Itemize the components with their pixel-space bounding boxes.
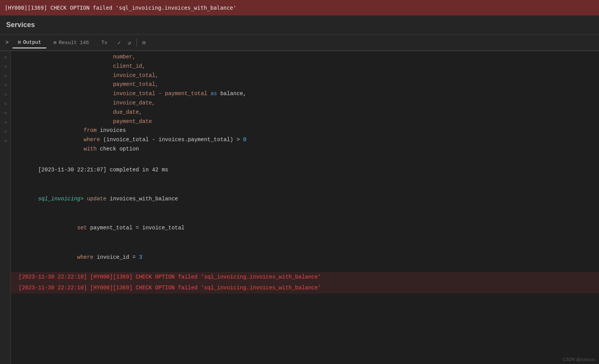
balance-label: balance, (217, 89, 247, 99)
grid-button[interactable]: ⊟ (141, 39, 147, 47)
prompt-prefix: sql_invoicing> (38, 196, 84, 202)
code-area: number, client_id, invoice_total, paymen… (11, 51, 599, 364)
code-line-where: where (invoice_total - invoices.payment_… (11, 135, 599, 145)
tab-output[interactable]: ⊡ Output (12, 37, 46, 48)
main-content: ◁ ◁ ◁ ◁ ◁ ◁ ◁ ◁ ◁ ◁ number, client_id, (0, 51, 599, 364)
services-label: Services (6, 21, 35, 29)
field-payment-date: payment_date (19, 117, 152, 126)
prompt-line: sql_invoicing> update invoices_with_bala… (11, 185, 599, 214)
tab-result[interactable]: ⊞ Result 146 (48, 38, 94, 48)
output-label: Output (23, 39, 41, 45)
code-line-due-date: due_date, (11, 108, 599, 117)
sidebar-icon-6: ◁ (1, 99, 10, 108)
field-client: client_id, (19, 62, 146, 71)
left-sidebar: ◁ ◁ ◁ ◁ ◁ ◁ ◁ ◁ ◁ ◁ (0, 51, 11, 364)
with-keyword: with (19, 145, 97, 154)
sidebar-icon-7: ◁ (1, 108, 10, 117)
code-line-payment-date: payment_date (11, 117, 599, 126)
sidebar-icon-8: ◁ (1, 118, 10, 126)
sidebar-icon-3: ◁ (1, 71, 10, 80)
where-keyword: where (19, 135, 100, 145)
error-text-1: [2023-11-30 22:22:10] [HY000][1369] CHEC… (19, 273, 321, 282)
sidebar-icon-5: ◁ (1, 90, 10, 98)
code-line-payment-total: payment_total, (11, 80, 599, 89)
code-line-invoice-date: invoice_date, (11, 99, 599, 108)
sidebar-icon-1: ◁ (1, 53, 10, 61)
result-label: Result 146 (59, 40, 89, 46)
code-line-balance: invoice_total - payment_total as balance… (11, 89, 599, 99)
result-icon: ⊞ (53, 40, 56, 46)
tab-arrow[interactable]: > (3, 38, 11, 47)
tab-divider (136, 39, 137, 46)
undo-button[interactable]: ↺ (126, 39, 132, 47)
where-number: 0 (243, 135, 246, 145)
tab-bar: > ⊡ Output ⊞ Result 146 Tx ✓ ↺ ⊟ (0, 35, 599, 51)
check-option: check option (97, 145, 139, 154)
tab-actions: ✓ ↺ (116, 39, 132, 47)
sidebar-icon-4: ◁ (1, 80, 10, 89)
where-id-condition: invoice_id = (93, 254, 139, 260)
completed-line: [2023-11-30 22:21:07] completed in 42 ms (11, 156, 599, 185)
code-line-with: with check option (11, 145, 599, 154)
code-line-number: number, (11, 53, 599, 62)
set-expression: payment_total = invoice_total (87, 225, 184, 231)
as-keyword: as (211, 89, 217, 99)
code-line-client: client_id, (11, 62, 599, 71)
where-condition: (invoice_total - invoices.payment_total)… (100, 135, 243, 145)
set-keyword: set (38, 225, 87, 231)
sidebar-icon-10: ◁ (1, 136, 10, 145)
title-text: [HY000][1369] CHECK OPTION failed 'sql_i… (5, 5, 236, 11)
code-line-invoice-total: invoice_total, (11, 71, 599, 80)
where-id-keyword: where (38, 254, 93, 260)
where-id-line: where invoice_id = 3 (11, 243, 599, 272)
field-payment-total: payment_total, (19, 80, 158, 89)
completed-timestamp: [2023-11-30 22:21:07] completed in 42 ms (38, 167, 168, 173)
watermark: CSDN @xuwuuu (563, 357, 595, 362)
field-due-date: due_date, (19, 108, 142, 117)
sidebar-icon-2: ◁ (1, 62, 10, 70)
error-line-2: [2023-11-30 22:22:10] [HY000][1369] CHEC… (11, 283, 599, 294)
update-keyword: update (84, 196, 110, 202)
output-icon: ⊡ (18, 39, 21, 45)
title-bar: [HY000][1369] CHECK OPTION failed 'sql_i… (0, 0, 599, 15)
tx-label: Tx (101, 40, 108, 46)
from-table: invoices (97, 126, 126, 135)
where-id-number: 3 (139, 254, 142, 260)
update-target: invoices_with_balance (110, 196, 178, 202)
field-balance-expr: invoice_total - payment_total (19, 89, 211, 99)
error-line-1: [2023-11-30 22:22:10] [HY000][1369] CHEC… (11, 272, 599, 283)
error-text-2: [2023-11-30 22:22:10] [HY000][1369] CHEC… (19, 284, 321, 293)
sql-code-block: number, client_id, invoice_total, paymen… (11, 51, 599, 156)
sidebar-icon-9: ◁ (1, 127, 10, 135)
set-line: set payment_total = invoice_total (11, 214, 599, 243)
services-header: Services (0, 15, 599, 35)
field-invoice-total: invoice_total, (19, 71, 158, 80)
from-keyword: from (19, 126, 97, 135)
check-button[interactable]: ✓ (116, 39, 122, 47)
field-invoice-date: invoice_date, (19, 99, 155, 108)
code-line-from: from invoices (11, 126, 599, 135)
field-number: number, (19, 53, 136, 62)
tab-tx[interactable]: Tx (96, 38, 113, 48)
